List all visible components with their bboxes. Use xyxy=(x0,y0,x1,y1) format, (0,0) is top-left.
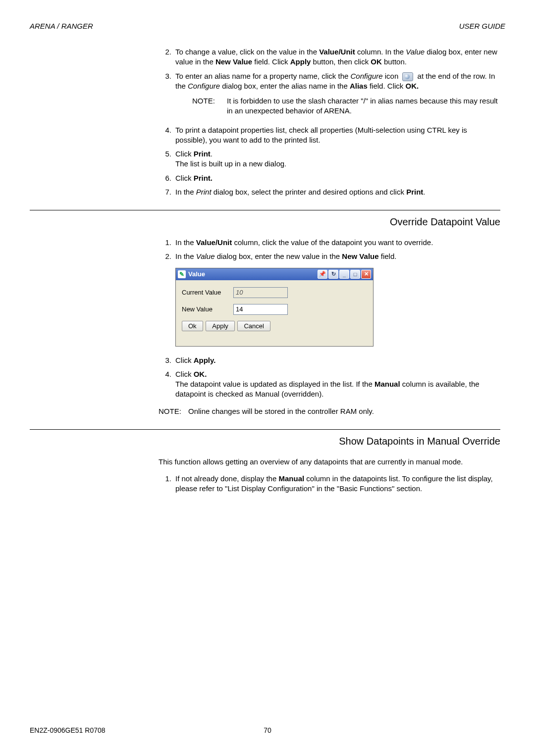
close-icon[interactable]: ✕ xyxy=(361,270,371,279)
instruction-list-manual: 1. If not already done, display the Manu… xyxy=(159,474,500,494)
note-line: NOTE: Online changes will be stored in t… xyxy=(159,406,500,416)
section-title-manual: Show Datapoints in Manual Override xyxy=(159,436,500,447)
list-item-body: If not already done, display the Manual … xyxy=(175,474,500,494)
list-number: 2. xyxy=(159,47,171,67)
cancel-button[interactable]: Cancel xyxy=(237,321,270,331)
value-dialog-screenshot: ✎ Value 📌 ↻ _ □ ✕ Current Value New Valu… xyxy=(175,268,500,347)
dialog-title: Value xyxy=(188,270,317,278)
dialog-titlebar: ✎ Value 📌 ↻ _ □ ✕ xyxy=(176,268,373,280)
list-number: 3. xyxy=(159,71,171,121)
new-value-label: New Value xyxy=(182,305,233,313)
list-item-body: To print a datapoint properties list, ch… xyxy=(175,125,500,146)
list-item-body: In the Value dialog box, enter the new v… xyxy=(175,252,500,261)
section-divider xyxy=(30,210,500,210)
list-item-body: Click OK. The datapoint value is updated… xyxy=(175,369,500,400)
dialog-app-icon: ✎ xyxy=(178,270,186,278)
header-right: USER GUIDE xyxy=(459,22,505,30)
current-value-label: Current Value xyxy=(182,289,233,296)
list-item-body: In the Value/Unit column, click the valu… xyxy=(175,238,500,248)
instruction-list-override-cont: 3. Click Apply. 4. Click OK. The datapoi… xyxy=(159,355,500,400)
value-dialog: ✎ Value 📌 ↻ _ □ ✕ Current Value New Valu… xyxy=(175,268,374,347)
list-number: 2. xyxy=(159,252,171,261)
refresh-icon[interactable]: ↻ xyxy=(328,270,338,279)
instruction-list-top: 2. To change a value, click on the value… xyxy=(159,47,500,197)
note-text: It is forbidden to use the slash charact… xyxy=(227,96,500,116)
page-footer: EN2Z-0906GE51 R0708 70 xyxy=(30,726,505,734)
current-value-field xyxy=(233,287,288,298)
instruction-list-override: 1. In the Value/Unit column, click the v… xyxy=(159,238,500,262)
list-item-body: To change a value, click on the value in… xyxy=(175,47,500,67)
section-intro: This function allows getting an overview… xyxy=(159,457,500,467)
list-item-body: Click Apply. xyxy=(175,355,500,365)
list-number: 7. xyxy=(159,187,171,197)
list-number: 1. xyxy=(159,474,171,494)
list-number: 3. xyxy=(159,355,171,365)
ok-button[interactable]: Ok xyxy=(182,321,203,331)
list-item-body: Click Print. xyxy=(175,173,500,183)
configure-icon xyxy=(402,72,413,81)
list-number: 4. xyxy=(159,369,171,400)
list-item-body: To enter an alias name for a property na… xyxy=(175,71,500,121)
apply-button[interactable]: Apply xyxy=(206,321,235,331)
list-number: 5. xyxy=(159,149,171,169)
list-number: 6. xyxy=(159,173,171,183)
page-header: ARENA / RANGER USER GUIDE xyxy=(30,22,505,30)
header-left: ARENA / RANGER xyxy=(30,22,93,30)
section-divider xyxy=(30,429,500,430)
list-number: 1. xyxy=(159,238,171,248)
note-label: NOTE: xyxy=(192,96,227,116)
note-text: Online changes will be stored in the con… xyxy=(188,406,374,416)
section-title-override: Override Datapoint Value xyxy=(159,216,500,228)
note-label: NOTE: xyxy=(159,406,188,416)
list-number: 4. xyxy=(159,125,171,146)
note-block: NOTE: It is forbidden to use the slash c… xyxy=(192,96,500,116)
list-item-body: Click Print. The list is built up in a n… xyxy=(175,149,500,169)
footer-doc-id: EN2Z-0906GE51 R0708 xyxy=(30,726,188,734)
list-item-body: In the Print dialog box, select the prin… xyxy=(175,187,500,197)
footer-page-number: 70 xyxy=(188,726,347,734)
pin-icon[interactable]: 📌 xyxy=(318,270,327,279)
maximize-icon[interactable]: □ xyxy=(350,270,360,279)
minimize-icon[interactable]: _ xyxy=(339,270,349,279)
new-value-field[interactable] xyxy=(233,304,288,315)
